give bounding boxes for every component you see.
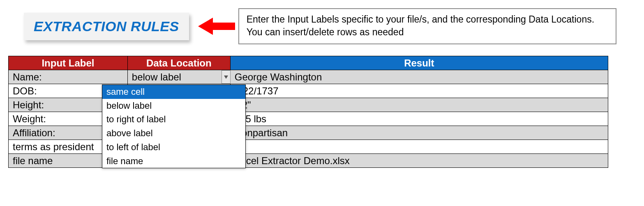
cell-data-location[interactable]: below label <box>127 70 230 84</box>
cell-result: 175 lbs <box>230 112 608 126</box>
dropdown-toggle-button[interactable] <box>222 70 231 84</box>
dropdown-option[interactable]: same cell <box>102 85 245 99</box>
cell-data-location-value: below label <box>132 71 181 82</box>
cell-result: 2 <box>230 140 608 154</box>
arrow-left-icon <box>198 16 235 37</box>
svg-marker-0 <box>198 18 235 35</box>
instruction-text: Enter the Input Labels specific to your … <box>238 8 616 44</box>
svg-marker-1 <box>224 76 228 79</box>
chevron-down-icon <box>224 76 228 79</box>
col-header-input-label: Input Label <box>9 56 128 70</box>
cell-input-label[interactable]: Name: <box>9 70 128 84</box>
data-location-dropdown[interactable]: same cell below label to right of label … <box>102 85 246 168</box>
dropdown-option[interactable]: to left of label <box>102 140 245 154</box>
cell-result: George Washington <box>230 70 608 84</box>
extraction-rules-table: Input Label Data Location Result Name: b… <box>8 56 608 168</box>
col-header-data-location: Data Location <box>127 56 230 70</box>
cell-result: Excel Extractor Demo.xlsx <box>230 154 608 168</box>
dropdown-option[interactable]: file name <box>102 154 245 168</box>
cell-result: 2/22/1737 <box>230 84 608 98</box>
cell-result: 6'2" <box>230 98 608 112</box>
cell-result: Nonpartisan <box>230 126 608 140</box>
dropdown-option[interactable]: to right of label <box>102 112 245 126</box>
col-header-result: Result <box>230 56 608 70</box>
dropdown-option[interactable]: below label <box>102 99 245 113</box>
dropdown-option[interactable]: above label <box>102 126 245 140</box>
extraction-rules-title: EXTRACTION RULES <box>24 13 189 40</box>
